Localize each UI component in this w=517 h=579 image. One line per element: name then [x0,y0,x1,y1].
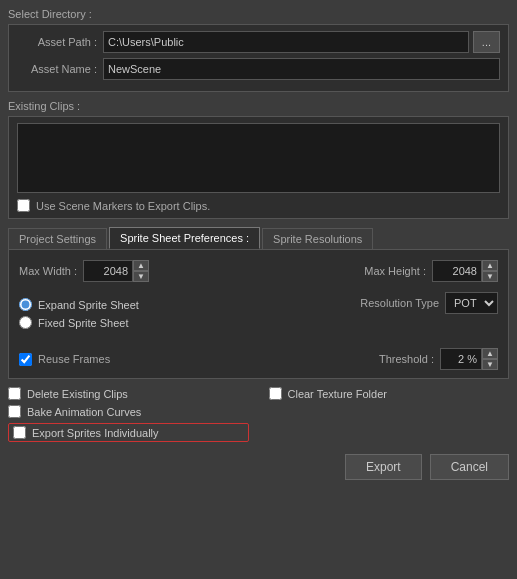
sprite-mode-row: Expand Sprite Sheet Fixed Sprite Sheet R… [19,290,498,342]
expand-sprite-radio[interactable] [19,298,32,311]
right-options: Clear Texture Folder [269,387,510,442]
max-width-label: Max Width : [19,265,77,277]
tabs-bar: Project Settings Sprite Sheet Preference… [8,227,509,249]
tab-sprite-resolutions[interactable]: Sprite Resolutions [262,228,373,249]
clips-list-area [17,123,500,193]
existing-clips-label: Existing Clips : [8,100,509,112]
fixed-radio-row: Fixed Sprite Sheet [19,316,139,329]
export-dialog: Select Directory : Asset Path : ... Asse… [0,0,517,488]
clear-texture-label: Clear Texture Folder [288,388,387,400]
threshold-group: Threshold : ▲ ▼ [379,348,498,370]
use-scene-markers-label: Use Scene Markers to Export Clips. [36,200,210,212]
max-width-spinner-btns: ▲ ▼ [133,260,149,282]
existing-clips-panel: Use Scene Markers to Export Clips. [8,116,509,219]
bake-animation-row: Bake Animation Curves [8,405,249,418]
max-width-up-btn[interactable]: ▲ [133,260,149,271]
max-height-down-btn[interactable]: ▼ [482,271,498,282]
delete-clips-checkbox[interactable] [8,387,21,400]
delete-clips-row: Delete Existing Clips [8,387,249,400]
bake-animation-label: Bake Animation Curves [27,406,141,418]
resolution-type-group: Resolution Type POT Any [360,292,498,314]
use-scene-markers-checkbox[interactable] [17,199,30,212]
reuse-frames-group: Reuse Frames [19,353,110,366]
bottom-options: Delete Existing Clips Bake Animation Cur… [8,387,509,442]
export-button[interactable]: Export [345,454,422,480]
resolution-type-select[interactable]: POT Any [445,292,498,314]
dimensions-row: Max Width : ▲ ▼ Max Height : ▲ ▼ [19,260,498,282]
select-directory-label: Select Directory : [8,8,509,20]
fixed-sprite-label: Fixed Sprite Sheet [38,317,129,329]
max-height-spinner-btns: ▲ ▼ [482,260,498,282]
export-sprites-checkbox[interactable] [13,426,26,439]
use-scene-markers-row: Use Scene Markers to Export Clips. [17,199,500,212]
resolution-type-label: Resolution Type [360,297,439,309]
action-bar: Export Cancel [8,450,509,480]
bake-animation-checkbox[interactable] [8,405,21,418]
asset-name-label: Asset Name : [17,63,97,75]
reuse-frames-checkbox[interactable] [19,353,32,366]
tab-sprite-sheet-preferences[interactable]: Sprite Sheet Preferences : [109,227,260,249]
tab-project-settings[interactable]: Project Settings [8,228,107,249]
max-width-group: Max Width : ▲ ▼ [19,260,149,282]
threshold-label: Threshold : [379,353,434,365]
expand-radio-row: Expand Sprite Sheet [19,298,139,311]
clear-texture-checkbox[interactable] [269,387,282,400]
asset-name-row: Asset Name : [17,58,500,80]
threshold-up-btn[interactable]: ▲ [482,348,498,359]
max-height-group: Max Height : ▲ ▼ [364,260,498,282]
threshold-spinner: ▲ ▼ [440,348,498,370]
asset-path-label: Asset Path : [17,36,97,48]
sprite-mode-group: Expand Sprite Sheet Fixed Sprite Sheet [19,298,139,334]
clear-texture-row: Clear Texture Folder [269,387,510,400]
fixed-sprite-radio[interactable] [19,316,32,329]
max-width-input[interactable] [83,260,133,282]
delete-clips-label: Delete Existing Clips [27,388,128,400]
browse-button[interactable]: ... [473,31,500,53]
asset-name-input[interactable] [103,58,500,80]
reuse-frames-label: Reuse Frames [38,353,110,365]
directory-panel: Asset Path : ... Asset Name : [8,24,509,92]
asset-path-input[interactable] [103,31,469,53]
expand-sprite-label: Expand Sprite Sheet [38,299,139,311]
export-sprites-row: Export Sprites Individually [8,423,249,442]
reuse-threshold-row: Reuse Frames Threshold : ▲ ▼ [19,348,498,370]
cancel-button[interactable]: Cancel [430,454,509,480]
export-sprites-label: Export Sprites Individually [32,427,159,439]
max-height-label: Max Height : [364,265,426,277]
threshold-input[interactable] [440,348,482,370]
asset-path-row: Asset Path : ... [17,31,500,53]
max-width-spinner: ▲ ▼ [83,260,149,282]
sprite-sheet-panel: Max Width : ▲ ▼ Max Height : ▲ ▼ [8,249,509,379]
max-height-spinner: ▲ ▼ [432,260,498,282]
max-width-down-btn[interactable]: ▼ [133,271,149,282]
left-options: Delete Existing Clips Bake Animation Cur… [8,387,249,442]
max-height-up-btn[interactable]: ▲ [482,260,498,271]
threshold-down-btn[interactable]: ▼ [482,359,498,370]
max-height-input[interactable] [432,260,482,282]
threshold-spinner-btns: ▲ ▼ [482,348,498,370]
